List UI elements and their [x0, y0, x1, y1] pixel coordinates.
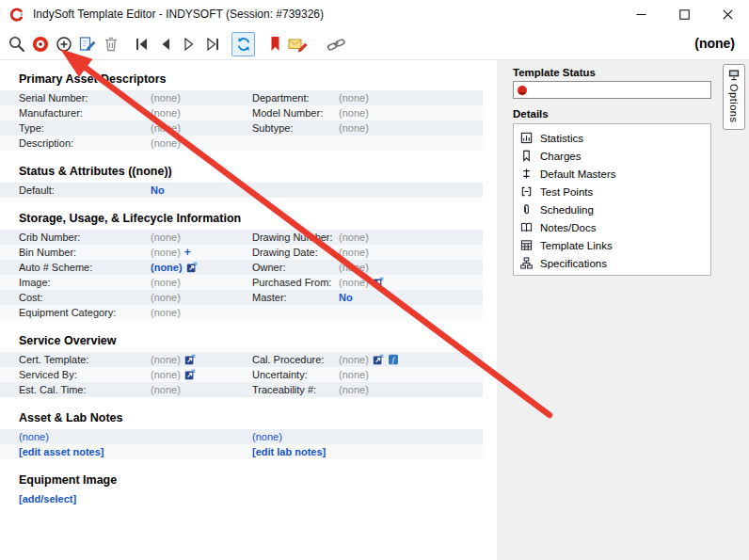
- field-value: (none): [339, 92, 483, 104]
- next-record-icon: [179, 34, 199, 55]
- field-row: Auto # Scheme: (none) Owner: (none): [0, 260, 483, 275]
- add-record-button[interactable]: [52, 32, 75, 56]
- link-icon: [326, 34, 348, 55]
- field-row: Cert. Template: (none) Cal. Procedure: (…: [0, 352, 483, 367]
- details-item-notes-docs[interactable]: Notes/Docs: [520, 218, 710, 236]
- details-item-label: Charges: [540, 151, 581, 162]
- details-item-scheduling[interactable]: Scheduling: [520, 200, 710, 218]
- options-tab-label: Options: [728, 84, 740, 122]
- field-label: Crib Number:: [19, 232, 151, 243]
- scheduling-icon: [520, 203, 533, 216]
- field-value: (none): [151, 384, 252, 395]
- field-label: Model Number:: [252, 107, 339, 119]
- previous-record-icon: [155, 34, 176, 55]
- details-item-label: Notes/Docs: [540, 222, 596, 233]
- equipment-image-row: [add/select]: [0, 493, 497, 504]
- add-select-image-link[interactable]: [add/select]: [19, 493, 76, 504]
- first-record-icon: [132, 34, 152, 55]
- details-item-label: Template Links: [540, 240, 613, 251]
- field-label: Description:: [19, 137, 151, 149]
- close-button[interactable]: [706, 1, 749, 28]
- details-item-statistics[interactable]: Statistics: [520, 129, 710, 147]
- field-label: Cost:: [19, 292, 151, 303]
- auto-number-scheme-link[interactable]: (none): [151, 262, 183, 273]
- template-status-input[interactable]: [513, 81, 711, 99]
- field-label: Purchased From:: [252, 277, 339, 288]
- asset-notes-value: (none): [19, 431, 252, 442]
- field-label: Bin Number:: [19, 247, 151, 258]
- previous-record-button[interactable]: [153, 32, 177, 56]
- field-row: Type: (none) Subtype: (none): [0, 120, 483, 136]
- field-row: Est. Cal. Time: (none) Traceability #: (…: [0, 382, 483, 397]
- details-item-label: Statistics: [540, 133, 583, 144]
- link-button[interactable]: [325, 32, 348, 56]
- field-row: [edit asset notes] [edit lab notes]: [0, 444, 483, 459]
- edit-record-button[interactable]: [75, 32, 99, 56]
- edit-lab-notes-link[interactable]: [edit lab notes]: [252, 446, 483, 457]
- details-item-template-links[interactable]: Template Links: [520, 236, 710, 254]
- notes-rows: (none) (none) [edit asset notes] [edit l…: [0, 429, 483, 459]
- field-label: Type:: [19, 122, 151, 134]
- jump-icon[interactable]: [186, 262, 198, 273]
- statistics-icon: [520, 132, 533, 144]
- monitor-icon: [727, 69, 741, 81]
- jump-icon[interactable]: [373, 354, 384, 365]
- field-value-text: (none): [151, 369, 181, 380]
- field-value: (none) +: [151, 246, 252, 259]
- maximize-button[interactable]: [662, 1, 706, 28]
- field-label: Uncertainty:: [252, 369, 339, 380]
- section-title-service: Service Overview: [19, 333, 483, 348]
- record-locator-button[interactable]: [28, 32, 52, 56]
- details-item-test-points[interactable]: Test Points: [520, 183, 710, 200]
- field-label: Subtype:: [252, 122, 339, 134]
- section-title-storage: Storage, Usage, & Lifecycle Information: [19, 211, 483, 226]
- add-bin-number-button[interactable]: +: [184, 246, 191, 259]
- template-status-label: Template Status: [513, 67, 596, 78]
- field-label: Owner:: [252, 262, 339, 273]
- field-label: Equipment Category:: [19, 307, 151, 318]
- field-value-text: (none): [151, 247, 181, 258]
- field-row: Bin Number: (none) + Drawing Date: (none…: [0, 245, 483, 260]
- service-rows: Cert. Template: (none) Cal. Procedure: (…: [0, 352, 483, 397]
- delete-record-button[interactable]: [99, 32, 122, 56]
- bookmark-button[interactable]: [263, 32, 286, 56]
- refresh-button[interactable]: [231, 32, 255, 56]
- field-label: Auto # Scheme:: [19, 262, 151, 273]
- jump-icon[interactable]: [373, 277, 384, 288]
- edit-asset-notes-link[interactable]: [edit asset notes]: [19, 446, 252, 457]
- primary-rows: Serial Number: (none) Department: (none)…: [0, 90, 483, 151]
- field-label: Drawing Number:: [252, 232, 339, 243]
- field-row: Manufacturer: (none) Model Number: (none…: [0, 105, 483, 120]
- details-item-charges[interactable]: Charges: [520, 147, 710, 165]
- mail-edit-button[interactable]: [286, 32, 310, 56]
- field-row: (none) (none): [0, 429, 483, 444]
- storage-rows: Crib Number: (none) Drawing Number: (non…: [0, 230, 483, 320]
- field-label: Serial Number:: [19, 92, 151, 104]
- minimize-icon: [636, 9, 646, 20]
- mail-edit-icon: [287, 34, 310, 55]
- options-tab[interactable]: Options: [723, 64, 745, 130]
- minimize-button[interactable]: [619, 1, 662, 28]
- field-value: (none): [151, 137, 252, 149]
- search-button[interactable]: [5, 32, 28, 56]
- next-record-button[interactable]: [177, 32, 200, 56]
- master-value-link[interactable]: No: [339, 292, 353, 303]
- jump-icon[interactable]: [184, 369, 196, 380]
- field-value: (none): [339, 247, 483, 258]
- toolbar: (none): [0, 28, 749, 60]
- details-item-specifications[interactable]: Specifications: [520, 254, 710, 272]
- jump-icon[interactable]: [184, 354, 196, 365]
- last-record-button[interactable]: [200, 32, 224, 56]
- test-points-icon: [520, 185, 533, 198]
- field-value: (none): [339, 262, 483, 273]
- field-value: (none): [151, 277, 252, 288]
- first-record-button[interactable]: [130, 32, 153, 56]
- procedure-doc-icon[interactable]: f: [388, 354, 399, 365]
- field-row: Equipment Category: (none): [0, 305, 483, 320]
- field-label: Department:: [252, 92, 339, 104]
- field-value: (none): [151, 122, 252, 134]
- default-value-link[interactable]: No: [151, 184, 165, 196]
- section-title-notes: Asset & Lab Notes: [19, 410, 483, 425]
- details-item-default-masters[interactable]: Default Masters: [520, 165, 710, 183]
- field-label: Cal. Procedure:: [252, 354, 339, 365]
